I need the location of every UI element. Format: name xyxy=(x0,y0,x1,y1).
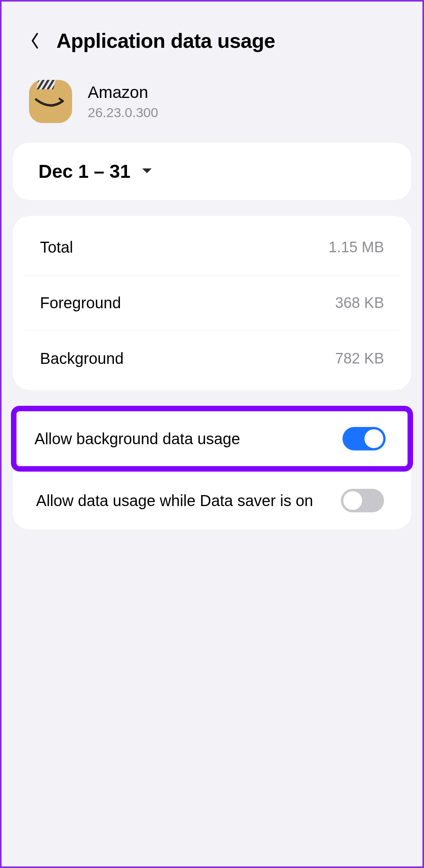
setting-label: Allow data usage while Data saver is on xyxy=(36,490,329,511)
usage-label: Total xyxy=(40,239,73,256)
usage-value: 782 KB xyxy=(335,350,384,367)
usage-row-background: Background 782 KB xyxy=(24,331,400,386)
chevron-down-icon xyxy=(141,167,152,176)
date-range-label: Dec 1 – 31 xyxy=(38,161,130,182)
settings-card: Allow background data usage Allow data u… xyxy=(13,406,411,530)
usage-value: 368 KB xyxy=(335,295,384,311)
date-range-selector[interactable]: Dec 1 – 31 xyxy=(13,143,411,200)
toggle-allow-data-saver[interactable] xyxy=(341,489,384,512)
toggle-allow-background[interactable] xyxy=(342,427,386,450)
usage-label: Foreground xyxy=(40,294,121,312)
usage-value: 1.15 MB xyxy=(328,239,384,256)
app-icon xyxy=(29,80,72,123)
usage-row-total: Total 1.15 MB xyxy=(24,220,400,275)
setting-label: Allow background data usage xyxy=(34,428,331,449)
app-info: Amazon 26.23.0.300 xyxy=(2,68,422,139)
app-version: 26.23.0.300 xyxy=(88,105,158,120)
app-name: Amazon xyxy=(88,83,158,102)
setting-allow-data-saver[interactable]: Allow data usage while Data saver is on xyxy=(24,472,400,530)
usage-card: Total 1.15 MB Foreground 368 KB Backgrou… xyxy=(13,216,411,390)
back-icon[interactable] xyxy=(29,31,41,51)
page-title: Application data usage xyxy=(56,29,275,52)
usage-label: Background xyxy=(40,350,123,367)
setting-allow-background[interactable]: Allow background data usage xyxy=(11,406,413,472)
usage-row-foreground: Foreground 368 KB xyxy=(24,275,400,331)
